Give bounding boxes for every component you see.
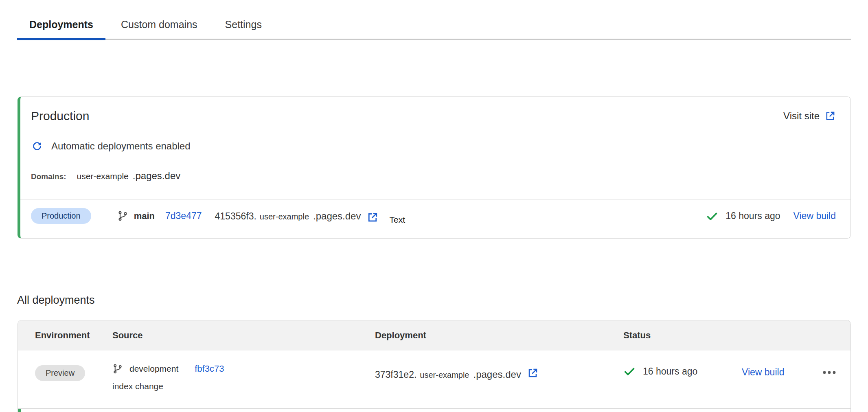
visit-site-label: Visit site bbox=[783, 110, 820, 122]
view-build-link[interactable]: View build bbox=[742, 367, 784, 377]
all-deployments-title: All deployments bbox=[17, 294, 95, 307]
deployment-url-suffix: .pages.dev bbox=[473, 369, 521, 380]
environment-badge: Production bbox=[31, 208, 91, 224]
view-build-cell: View build bbox=[742, 364, 819, 378]
deployment-url: 415356f3. user-example .pages.dev bbox=[215, 210, 361, 222]
column-header-status: Status bbox=[623, 330, 742, 341]
status-group: 16 hours ago View build bbox=[706, 210, 836, 222]
pages-project-screen: Deployments Custom domains Settings Prod… bbox=[0, 0, 868, 412]
auto-deploy-text: Automatic deployments enabled bbox=[51, 140, 191, 152]
column-header-environment: Environment bbox=[35, 330, 112, 341]
domains-row: Domains: user-example .pages.dev bbox=[31, 170, 836, 182]
row-actions-menu-button[interactable] bbox=[819, 367, 840, 378]
domain-suffix: .pages.dev bbox=[133, 170, 180, 182]
auto-deploy-status: Automatic deployments enabled bbox=[31, 140, 836, 152]
domain-username: user-example bbox=[77, 171, 129, 181]
visit-site-link[interactable]: Visit site bbox=[783, 110, 836, 122]
tab-label: Settings bbox=[225, 19, 262, 31]
view-build-link[interactable]: View build bbox=[793, 210, 836, 221]
table-header-row: Environment Source Deployment Status bbox=[18, 320, 850, 351]
deploy-time: 16 hours ago bbox=[643, 366, 697, 377]
deployment-url-username: user-example bbox=[260, 212, 309, 221]
domains-label: Domains: bbox=[31, 172, 66, 181]
actions-cell bbox=[819, 364, 850, 378]
tab-label: Custom domains bbox=[121, 19, 197, 31]
branch-group: main bbox=[117, 210, 155, 221]
production-card-header: Production Visit site bbox=[31, 109, 836, 123]
branch-name: main bbox=[134, 211, 155, 221]
table-row: Preview development fbf3c73 index change bbox=[18, 351, 850, 409]
next-row-accent-peek bbox=[18, 409, 21, 412]
tab-label: Deployments bbox=[29, 19, 93, 31]
production-title: Production bbox=[31, 109, 89, 123]
column-header-deployment: Deployment bbox=[375, 330, 623, 341]
deployment-url-suffix: .pages.dev bbox=[313, 210, 361, 222]
column-header-source: Source bbox=[112, 330, 375, 341]
deployment-url-prefix: 415356f3. bbox=[215, 211, 256, 222]
branch-name: development bbox=[129, 364, 178, 374]
external-link-icon[interactable] bbox=[527, 367, 539, 379]
success-check-icon bbox=[623, 365, 636, 377]
deployment-cell: 373f31e2. user-example .pages.dev bbox=[375, 364, 623, 380]
deployment-url-prefix: 373f31e2. bbox=[375, 369, 416, 380]
production-deployment-row: Production main 7d3e477 415356f3. user-e… bbox=[31, 200, 836, 232]
deployment-url-username: user-example bbox=[420, 370, 469, 380]
tab-deployments[interactable]: Deployments bbox=[17, 11, 105, 39]
refresh-icon bbox=[31, 140, 43, 152]
tab-custom-domains[interactable]: Custom domains bbox=[109, 11, 210, 39]
status-cell: 16 hours ago bbox=[623, 364, 742, 377]
git-branch-icon bbox=[112, 364, 123, 374]
success-check-icon bbox=[706, 210, 718, 222]
external-link-icon[interactable] bbox=[366, 211, 379, 224]
commit-link[interactable]: 7d3e477 bbox=[165, 210, 202, 221]
commit-link[interactable]: fbf3c73 bbox=[195, 364, 224, 374]
external-link-icon bbox=[824, 110, 836, 122]
tab-settings[interactable]: Settings bbox=[213, 11, 274, 39]
tab-bar: Deployments Custom domains Settings bbox=[17, 11, 851, 40]
production-card: Production Visit site Automatic deployme… bbox=[18, 96, 851, 239]
environment-badge: Preview bbox=[35, 365, 85, 381]
deployments-table: Environment Source Deployment Status Pre… bbox=[18, 320, 851, 412]
git-branch-icon bbox=[117, 210, 128, 221]
source-cell: development fbf3c73 index change bbox=[112, 364, 375, 391]
row-annotation: Text bbox=[389, 215, 405, 225]
commit-message: index change bbox=[112, 381, 375, 391]
environment-cell: Preview bbox=[35, 364, 112, 381]
deploy-time: 16 hours ago bbox=[726, 210, 780, 221]
